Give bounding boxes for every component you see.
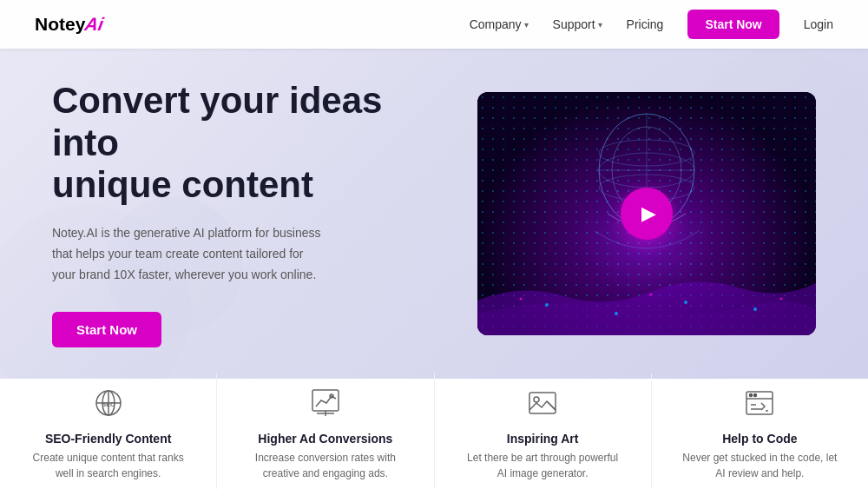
logo-text: N bbox=[35, 14, 48, 35]
svg-point-11 bbox=[615, 312, 618, 315]
feature-seo-desc: Create unique content that ranks well in… bbox=[30, 450, 187, 481]
hero-content: Convert your ideas into unique content N… bbox=[52, 80, 477, 347]
hero-video-container: ▶ bbox=[477, 92, 816, 335]
svg-point-14 bbox=[520, 298, 523, 301]
hero-video[interactable]: ▶ bbox=[477, 92, 816, 335]
chevron-down-icon: ▾ bbox=[598, 20, 602, 30]
code-icon bbox=[744, 387, 775, 425]
feature-art-title: Inspiring Art bbox=[507, 432, 579, 446]
svg-point-15 bbox=[650, 294, 653, 296]
image-icon bbox=[527, 387, 558, 425]
svg-text:SEO: SEO bbox=[102, 401, 115, 407]
feature-ads: Higher Ad Conversions Increase conversio… bbox=[217, 373, 434, 490]
svg-point-27 bbox=[534, 397, 539, 402]
feature-art: Inspiring Art Let there be art through p… bbox=[435, 373, 652, 490]
feature-code-desc: Never get stucked in the code, let AI re… bbox=[681, 450, 838, 481]
hero-title: Convert your ideas into unique content bbox=[52, 80, 443, 206]
svg-rect-26 bbox=[529, 393, 556, 413]
logo-text-rest: otey bbox=[48, 14, 85, 35]
chart-icon-svg bbox=[310, 387, 341, 419]
svg-point-10 bbox=[545, 303, 549, 307]
feature-ads-title: Higher Ad Conversions bbox=[258, 432, 392, 446]
logo: NoteyAi bbox=[35, 14, 103, 35]
nav-start-button[interactable]: Start Now bbox=[687, 10, 779, 39]
chevron-down-icon: ▾ bbox=[524, 20, 529, 30]
navbar: NoteyAi Company ▾ Support ▾ Pricing Star… bbox=[0, 0, 868, 49]
nav-links: Company ▾ Support ▾ Pricing Start Now Lo… bbox=[470, 10, 833, 39]
play-icon: ▶ bbox=[641, 202, 656, 225]
svg-point-30 bbox=[750, 393, 753, 396]
svg-point-13 bbox=[753, 307, 757, 311]
svg-point-31 bbox=[754, 393, 757, 396]
svg-point-12 bbox=[684, 301, 687, 304]
hero-description: Notey.AI is the generative AI platform f… bbox=[52, 223, 330, 285]
seo-icon: SEO bbox=[93, 387, 124, 425]
video-play-button[interactable]: ▶ bbox=[621, 188, 673, 240]
seo-icon-svg: SEO bbox=[93, 387, 124, 419]
feature-art-desc: Let there be art through powerful AI ima… bbox=[464, 450, 621, 481]
feature-code-title: Help to Code bbox=[722, 432, 797, 446]
code-icon-svg bbox=[744, 387, 775, 419]
logo-ai-icon: Ai bbox=[83, 14, 105, 35]
nav-pricing[interactable]: Pricing bbox=[627, 17, 664, 31]
nav-company[interactable]: Company ▾ bbox=[470, 17, 529, 31]
feature-seo-title: SEO-Friendly Content bbox=[45, 432, 171, 446]
image-icon-svg bbox=[527, 387, 558, 419]
hero-section: Convert your ideas into unique content N… bbox=[0, 49, 868, 379]
feature-ads-desc: Increase conversion rates with creative … bbox=[247, 450, 404, 481]
svg-point-16 bbox=[780, 298, 783, 301]
features-section: SEO SEO-Friendly Content Create unique c… bbox=[0, 379, 868, 489]
feature-seo: SEO SEO-Friendly Content Create unique c… bbox=[0, 373, 217, 490]
chart-icon bbox=[310, 387, 341, 425]
nav-login-button[interactable]: Login bbox=[804, 17, 833, 31]
feature-code: Help to Code Never get stucked in the co… bbox=[652, 373, 868, 490]
hero-start-button[interactable]: Start Now bbox=[52, 312, 161, 347]
nav-support[interactable]: Support ▾ bbox=[553, 17, 602, 31]
video-wave-svg bbox=[477, 266, 816, 335]
svg-rect-22 bbox=[312, 390, 339, 411]
